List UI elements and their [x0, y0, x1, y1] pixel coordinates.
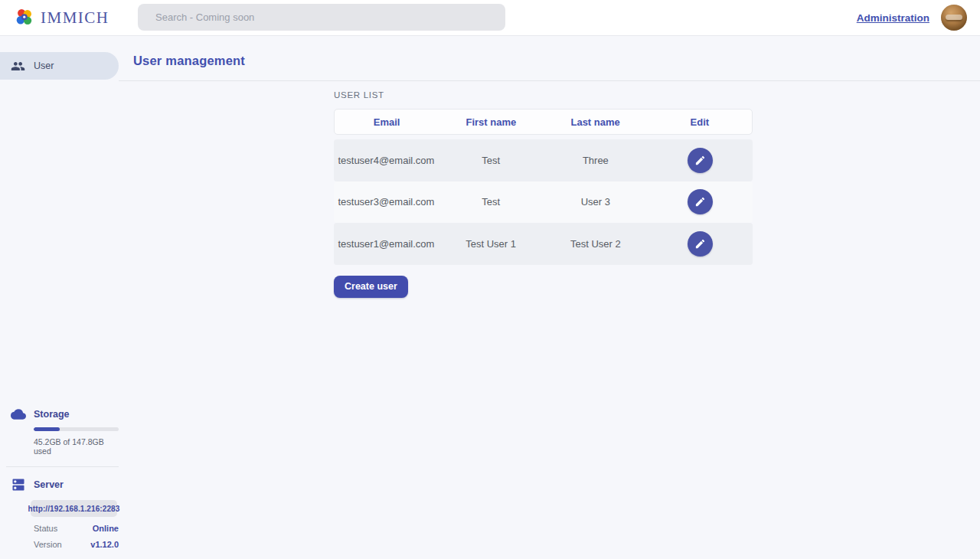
- administration-link[interactable]: Administration: [857, 12, 929, 24]
- cell-first-name: Test: [439, 155, 544, 166]
- cell-last-name: User 3: [544, 196, 648, 208]
- cell-email: testuser4@email.com: [334, 155, 439, 166]
- cloud-icon: [11, 407, 26, 422]
- search-bar: [138, 4, 505, 31]
- brand-name: IMMICH: [41, 8, 109, 28]
- pencil-icon: [694, 155, 706, 166]
- sidebar-divider: [6, 466, 119, 467]
- page-title: User management: [133, 54, 245, 67]
- topbar-right: Administration: [857, 5, 980, 31]
- status-label: Status: [34, 524, 57, 533]
- sidebar-nav: User: [0, 36, 119, 80]
- storage-usage-label: 45.2GB of 147.8GB used: [34, 437, 119, 456]
- sidebar: User Storage 45.2GB of 147.8GB used: [0, 36, 119, 559]
- version-value: v1.12.0: [90, 540, 119, 549]
- user-list-label: USER LIST: [334, 90, 980, 100]
- pencil-icon: [694, 196, 706, 208]
- immich-logo-icon: [15, 8, 34, 28]
- storage-title: Storage: [34, 409, 70, 420]
- pencil-icon: [694, 238, 706, 250]
- brand: IMMICH: [0, 8, 109, 28]
- create-user-button[interactable]: Create user: [334, 276, 408, 298]
- table-row: testuser3@email.comTestUser 3: [334, 181, 753, 224]
- cell-edit: [648, 189, 753, 214]
- cell-email: testuser1@email.com: [334, 238, 439, 250]
- content-header: User management: [119, 36, 980, 81]
- status-value: Online: [93, 524, 119, 533]
- user-table-rows: testuser4@email.comTestThreetestuser3@em…: [334, 139, 753, 265]
- sidebar-item-user[interactable]: User: [0, 52, 119, 80]
- cell-first-name: Test User 1: [439, 238, 544, 250]
- server-icon: [11, 477, 26, 492]
- search-input[interactable]: [138, 4, 505, 31]
- immich-app: IMMICH Administration User: [0, 0, 980, 559]
- version-label: Version: [34, 540, 62, 549]
- column-header-first-name: First name: [439, 116, 543, 128]
- table-header: Email First name Last name Edit: [334, 109, 753, 135]
- sidebar-item-label: User: [34, 60, 54, 71]
- server-url: http://192.168.1.216:2283: [28, 505, 120, 513]
- cell-email: testuser3@email.com: [334, 196, 439, 208]
- cell-edit: [648, 231, 753, 257]
- table-row: testuser1@email.comTest User 1Test User …: [334, 223, 753, 265]
- server-section-header: Server: [0, 477, 119, 492]
- table-row: testuser4@email.comTestThree: [334, 139, 753, 181]
- storage-section-header: Storage: [0, 407, 119, 422]
- edit-user-button[interactable]: [688, 189, 713, 214]
- main-content: User management USER LIST Email First na…: [119, 36, 980, 559]
- sidebar-footer: Storage 45.2GB of 147.8GB used Server ht…: [0, 407, 119, 559]
- storage-progress-bar: [34, 427, 119, 431]
- users-icon: [11, 59, 25, 74]
- content-body: USER LIST Email First name Last name Edi…: [119, 81, 980, 298]
- column-header-edit: Edit: [648, 116, 752, 128]
- server-title: Server: [34, 479, 64, 490]
- user-table: Email First name Last name Edit testuser…: [334, 109, 753, 265]
- shell: User Storage 45.2GB of 147.8GB used: [0, 36, 980, 559]
- column-header-email: Email: [335, 116, 439, 128]
- cell-edit: [648, 148, 753, 173]
- storage-progress-fill: [34, 427, 60, 431]
- server-version-row: Version v1.12.0: [34, 540, 119, 549]
- cell-first-name: Test: [439, 196, 544, 208]
- cell-last-name: Three: [544, 155, 648, 166]
- column-header-last-name: Last name: [544, 116, 648, 128]
- server-url-pill: http://192.168.1.216:2283: [31, 500, 117, 517]
- edit-user-button[interactable]: [688, 148, 713, 173]
- edit-user-button[interactable]: [688, 231, 713, 257]
- server-status-row: Status Online: [34, 524, 119, 533]
- top-bar: IMMICH Administration: [0, 0, 980, 36]
- user-avatar[interactable]: [941, 5, 967, 31]
- cell-last-name: Test User 2: [544, 238, 648, 250]
